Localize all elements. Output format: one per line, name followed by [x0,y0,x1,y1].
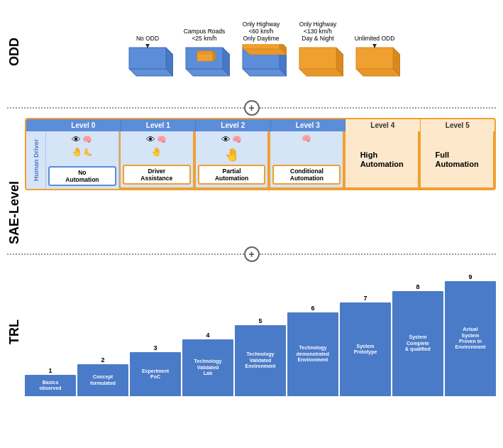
trl-bar-group-5: 5TechnologyValidatedEnvironment [235,317,286,396]
trl-num-7: 7 [363,295,367,302]
sae-box-l2: PartialAutomation [198,165,266,185]
odd-boxes: No ODD Campus Roads<25 km/h [26,21,496,83]
sae-col-header-l1: Level 1 [121,119,197,131]
human-driver-label: Human Driver [31,138,41,182]
sae-box-l0: NoAutomation [48,166,116,186]
sae-l3-icons: 🧠 [302,134,311,143]
divider-plus-1: + [244,100,260,116]
sae-box-label-l4: HighAutomation [360,151,404,169]
svg-marker-11 [243,69,287,76]
sae-l1-icons2: 🤚 [151,147,162,157]
svg-marker-5 [186,69,230,76]
trl-num-5: 5 [258,317,262,324]
sae-body: Human Driver 👁 🧠 🤚 🦶 NoAuto [26,131,494,189]
trl-bar-label-6: TechnologydemonstratedEnvironment [296,344,330,364]
trl-bar-7: SystemPrototype [340,302,391,396]
trl-bar-2: Conceptformulated [77,364,128,396]
odd-label: ODD [7,38,22,66]
sae-box-l3: ConditionalAutomation [272,165,341,185]
divider-line-right [260,107,497,109]
human-driver-col: Human Driver [26,131,46,189]
trl-bar-group-9: 9ActualSystemProven InEnvironment [445,273,496,396]
sae-col-l4: HighAutomation [344,131,419,189]
sae-box-l1: DriverAssistance [123,165,191,185]
sae-l2-icons2: 🤚 [224,147,240,163]
sae-box-label-l2: PartialAutomation [201,168,262,182]
sae-col-l1: 👁 🧠 🤚 DriverAssistance [119,131,194,189]
trl-bar-group-2: 2Conceptformulated [77,356,128,396]
brain-icon-l3: 🧠 [302,134,311,143]
hand-icon-l2: 🤚 [224,147,240,163]
trl-bar-group-3: 3ExperimentPoC [130,344,181,396]
sae-wrapper: Level 0 Level 1 Level 2 Level 3 Level 4 … [25,118,496,244]
odd-label-2: Campus Roads<25 km/h [184,21,226,42]
trl-bar-group-7: 7SystemPrototype [340,295,391,396]
svg-marker-24 [372,44,377,48]
hand-icon-l0: 🤚 [72,147,82,157]
trl-label: TRL [7,319,22,344]
hand-icon-l1: 🤚 [151,147,162,157]
trl-bar-label-8: SystemComplete& qualified [404,333,431,354]
sae-label: SAE-Level [7,118,22,244]
svg-marker-0 [129,69,173,76]
trl-bar-8: SystemComplete& qualified [392,291,443,396]
trl-bar-4: TechnologyValidatedLab [182,339,233,396]
svg-marker-20 [356,69,400,76]
odd-box-2 [179,44,230,83]
brain-icon-l2: 🧠 [232,135,242,144]
divider-2-line-right [260,253,497,255]
trl-bar-9: ActualSystemProven InEnvironment [445,281,496,396]
brain-icon-l0: 🧠 [82,135,92,144]
odd-item-2: Campus Roads<25 km/h [179,21,230,83]
sae-col-header-l5: Level 5 [421,119,495,131]
sae-section: SAE-Level Level 0 Level 1 Level 2 Level … [7,118,496,244]
svg-rect-16 [243,44,280,49]
odd-label-5: Unlimited ODD [355,21,395,42]
odd-item-3: Only Highway<60 km/hOnly Daytime [236,21,287,83]
sae-l0-icons: 👁 🧠 [72,134,92,145]
trl-bar-group-4: 4TechnologyValidatedLab [182,332,233,396]
sae-box-label-l5: FullAutomation [436,151,479,169]
sae-col-l2: 👁 🧠 🤚 PartialAutomation [194,131,270,189]
sae-col-l5: FullAutomation [419,131,494,189]
svg-rect-22 [356,48,393,69]
eye-icon-l2: 👁 [221,134,231,145]
sae-col-header-l2: Level 2 [196,119,271,131]
trl-bar-group-8: 8SystemComplete& qualified [392,283,443,396]
odd-box-3 [236,44,287,83]
odd-box-5 [349,44,400,83]
sae-content: Level 0 Level 1 Level 2 Level 3 Level 4 … [25,118,496,190]
sae-box-label-l0: NoAutomation [52,169,113,183]
trl-num-6: 6 [311,305,314,312]
sae-box-label-l3: ConditionalAutomation [276,168,337,182]
odd-section: ODD No ODD Campus Roads<25 km/h [7,6,496,98]
sae-header: Level 0 Level 1 Level 2 Level 3 Level 4 … [26,119,494,131]
sae-col-header-l3: Level 3 [271,119,346,131]
svg-rect-19 [299,48,336,69]
trl-bar-label-7: SystemPrototype [353,342,378,357]
trl-bar-group-6: 6TechnologydemonstratedEnvironment [287,305,338,396]
trl-bar-label-5: TechnologyValidatedEnvironment [245,350,277,371]
odd-box-1 [122,44,173,83]
sae-col-l3: 🧠 ConditionalAutomation [269,131,344,189]
brain-icon-l1: 🧠 [157,135,167,144]
odd-item-5: Unlimited ODD [349,21,400,83]
trl-section: TRL 1Basicsobserved2Conceptformulated3Ex… [7,266,496,398]
trl-num-3: 3 [153,344,157,351]
eye-icon-l1: 👁 [146,134,155,145]
sae-l1-icons: 👁 🧠 [146,134,167,145]
svg-rect-2 [129,48,166,69]
sae-l5-center: FullAutomation [436,134,479,185]
divider-1: + [7,100,496,116]
trl-num-2: 2 [101,356,104,364]
sae-l0-icons2: 🤚 🦶 [72,147,92,157]
trl-bar-group-1: 1Basicsobserved [25,367,76,396]
divider-plus-2: + [244,246,260,262]
sae-l2-icons: 👁 🧠 [221,134,242,145]
divider-line-left [7,107,244,109]
sae-col-l0: 👁 🧠 🤚 🦶 NoAutomation [46,131,119,189]
trl-bar-label-3: ExperimentPoC [141,367,170,382]
trl-num-8: 8 [416,283,419,290]
svg-marker-4 [145,44,150,48]
sae-l4-center: HighAutomation [360,134,404,185]
